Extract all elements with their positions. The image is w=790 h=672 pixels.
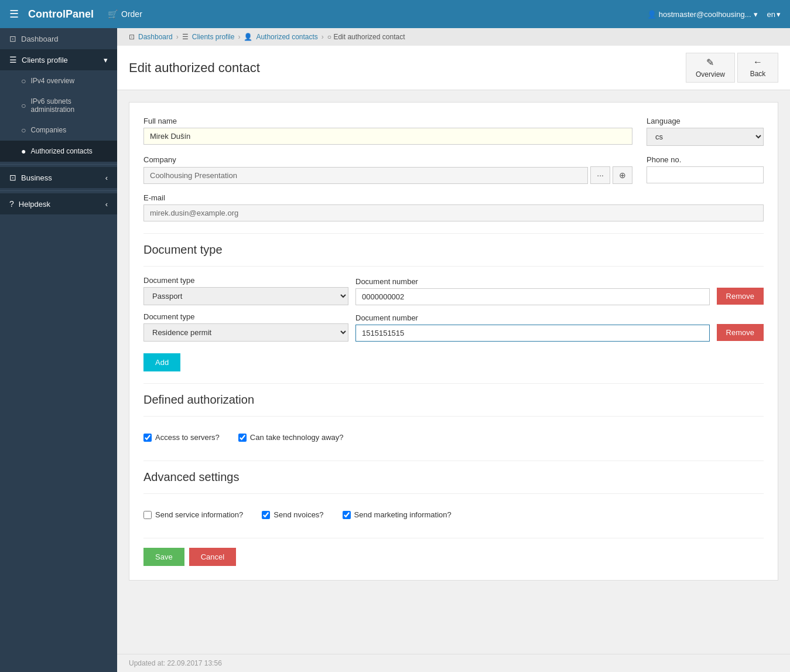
checkbox-send-marketing[interactable]: Send marketing information? bbox=[343, 510, 452, 519]
checkbox-access-servers-input[interactable] bbox=[143, 434, 152, 442]
doc-number-group-2: Document number bbox=[355, 313, 710, 342]
checkbox-send-invoices-input[interactable] bbox=[262, 511, 270, 519]
sidebar-item-label: Business bbox=[21, 173, 52, 182]
language-select[interactable]: cs en de sk bbox=[647, 128, 764, 146]
chevron-left-icon-2: ‹ bbox=[105, 200, 108, 209]
sidebar-item-clients-profile[interactable]: ☰ Clients profile ▾ bbox=[0, 49, 117, 70]
checkbox-send-marketing-input[interactable] bbox=[343, 511, 351, 519]
breadcrumb-authorized-contacts[interactable]: Authorized contacts bbox=[256, 33, 317, 41]
doc-number-label-2: Document number bbox=[355, 313, 710, 322]
business-icon: ⊡ bbox=[9, 173, 16, 182]
user-menu[interactable]: 👤 hostmaster@coolhousing... ▾ bbox=[647, 10, 758, 19]
sidebar-item-authorized-contacts[interactable]: ● Authorized contacts bbox=[0, 141, 117, 162]
back-label: Back bbox=[750, 70, 766, 78]
user-chevron-icon: ▾ bbox=[754, 10, 758, 19]
breadcrumb-current: ○ Edit authorized contact bbox=[327, 33, 405, 41]
doc-number-input-1[interactable] bbox=[355, 288, 710, 305]
save-button[interactable]: Save bbox=[143, 548, 184, 566]
group-full-name: Full name bbox=[143, 117, 632, 146]
section-divider-1b bbox=[143, 266, 764, 267]
advanced-section-title: Advanced settings bbox=[143, 470, 764, 484]
section-divider-2 bbox=[143, 383, 764, 384]
group-email: E-mail bbox=[143, 193, 764, 221]
circle-icon: ○ bbox=[21, 125, 26, 135]
section-divider-3 bbox=[143, 460, 764, 461]
checkbox-take-technology[interactable]: Can take technology away? bbox=[238, 433, 344, 442]
checkbox-send-service[interactable]: Send service information? bbox=[143, 510, 243, 519]
sidebar: ⊡ Dashboard ☰ Clients profile ▾ ○ IPv4 o… bbox=[0, 28, 117, 672]
breadcrumb-icon-2: ☰ bbox=[182, 33, 189, 41]
overview-icon: ✎ bbox=[706, 57, 714, 68]
cart-icon: 🛒 bbox=[108, 9, 118, 19]
doc-type-label-2: Document type bbox=[143, 312, 348, 321]
authorization-section-title: Defined authorization bbox=[143, 393, 764, 407]
add-button[interactable]: Add bbox=[143, 353, 180, 371]
breadcrumb-dashboard[interactable]: Dashboard bbox=[138, 33, 173, 41]
remove-button-2[interactable]: Remove bbox=[717, 324, 764, 341]
doc-row-1: Document type Passport ID card Residence… bbox=[143, 276, 764, 305]
hamburger-icon[interactable]: ☰ bbox=[9, 8, 19, 21]
doc-type-select-2[interactable]: Passport ID card Residence permit Driver… bbox=[143, 323, 348, 342]
back-button[interactable]: ← Back bbox=[737, 53, 778, 83]
doc-row-2: Document type Passport ID card Residence… bbox=[143, 312, 764, 342]
sidebar-item-label: Clients profile bbox=[22, 56, 68, 64]
doc-type-select-1[interactable]: Passport ID card Residence permit Driver… bbox=[143, 287, 348, 305]
row-email: E-mail bbox=[143, 193, 764, 221]
checkbox-send-invoices[interactable]: Send nvoices? bbox=[262, 510, 323, 519]
overview-label: Overview bbox=[696, 70, 725, 79]
group-company: Company ··· ⊕ bbox=[143, 155, 632, 184]
company-row: ··· ⊕ bbox=[143, 166, 632, 184]
checkbox-access-servers-label: Access to servers? bbox=[155, 433, 220, 442]
sidebar-item-business[interactable]: ⊡ Business ‹ bbox=[0, 167, 117, 188]
section-divider-3b bbox=[143, 493, 764, 494]
sidebar-item-helpdesk[interactable]: ? Helpdesk ‹ bbox=[0, 193, 117, 214]
group-language: Language cs en de sk bbox=[647, 117, 764, 146]
doc-number-group-1: Document number bbox=[355, 277, 710, 305]
phone-input[interactable] bbox=[647, 166, 764, 183]
section-divider-1 bbox=[143, 233, 764, 234]
footer-text: Updated at: 22.09.2017 13:56 bbox=[129, 659, 222, 667]
clients-profile-icon: ☰ bbox=[9, 55, 17, 64]
navbar: ☰ ControlPanel 🛒 Order 👤 hostmaster@cool… bbox=[0, 0, 790, 28]
language-selector[interactable]: en ▾ bbox=[767, 10, 781, 19]
group-phone: Phone no. bbox=[647, 155, 764, 184]
company-label: Company bbox=[143, 155, 632, 164]
sidebar-item-label: Companies bbox=[30, 126, 66, 134]
doc-number-input-2[interactable] bbox=[355, 325, 710, 342]
form-content: Full name Language cs en de sk bbox=[117, 90, 790, 654]
overview-button[interactable]: ✎ Overview bbox=[686, 53, 735, 83]
layout: ⊡ Dashboard ☰ Clients profile ▾ ○ IPv4 o… bbox=[0, 28, 790, 672]
sidebar-item-label: IPv6 subnets administration bbox=[30, 97, 108, 114]
user-label: hostmaster@coolhousing... bbox=[659, 10, 751, 19]
remove-button-1[interactable]: Remove bbox=[717, 288, 764, 305]
full-name-label: Full name bbox=[143, 117, 632, 125]
sidebar-item-companies[interactable]: ○ Companies bbox=[0, 120, 117, 141]
checkbox-send-invoices-label: Send nvoices? bbox=[273, 510, 323, 519]
sidebar-item-label: Authorized contacts bbox=[30, 147, 92, 155]
cancel-button[interactable]: Cancel bbox=[189, 548, 236, 566]
order-label: Order bbox=[121, 9, 142, 19]
auth-checkboxes: Access to servers? Can take technology a… bbox=[143, 426, 764, 449]
company-input[interactable] bbox=[143, 167, 588, 184]
document-section-title: Document type bbox=[143, 243, 764, 257]
sidebar-item-ipv6-subnets[interactable]: ○ IPv6 subnets administration bbox=[0, 91, 117, 120]
breadcrumb-clients-profile[interactable]: Clients profile bbox=[192, 33, 235, 41]
email-input[interactable] bbox=[143, 204, 764, 221]
advanced-checkboxes: Send service information? Send nvoices? … bbox=[143, 503, 764, 526]
sidebar-item-dashboard[interactable]: ⊡ Dashboard bbox=[0, 28, 117, 49]
full-name-input[interactable] bbox=[143, 128, 632, 145]
row-name-language: Full name Language cs en de sk bbox=[143, 117, 764, 146]
sidebar-item-ipv4-overview[interactable]: ○ IPv4 overview bbox=[0, 70, 117, 91]
checkbox-send-service-label: Send service information? bbox=[155, 510, 243, 519]
checkbox-take-technology-input[interactable] bbox=[238, 434, 247, 442]
circle-active-icon: ● bbox=[21, 146, 26, 156]
company-more-button[interactable]: ··· bbox=[590, 166, 610, 184]
order-nav[interactable]: 🛒 Order bbox=[108, 9, 142, 19]
chevron-left-icon: ‹ bbox=[105, 173, 108, 182]
checkbox-access-servers[interactable]: Access to servers? bbox=[143, 433, 220, 442]
helpdesk-icon: ? bbox=[9, 199, 14, 209]
company-add-button[interactable]: ⊕ bbox=[613, 166, 632, 184]
email-label: E-mail bbox=[143, 193, 764, 202]
checkbox-send-service-input[interactable] bbox=[143, 511, 152, 519]
breadcrumb: ⊡ Dashboard › ☰ Clients profile › 👤 Auth… bbox=[117, 28, 790, 46]
